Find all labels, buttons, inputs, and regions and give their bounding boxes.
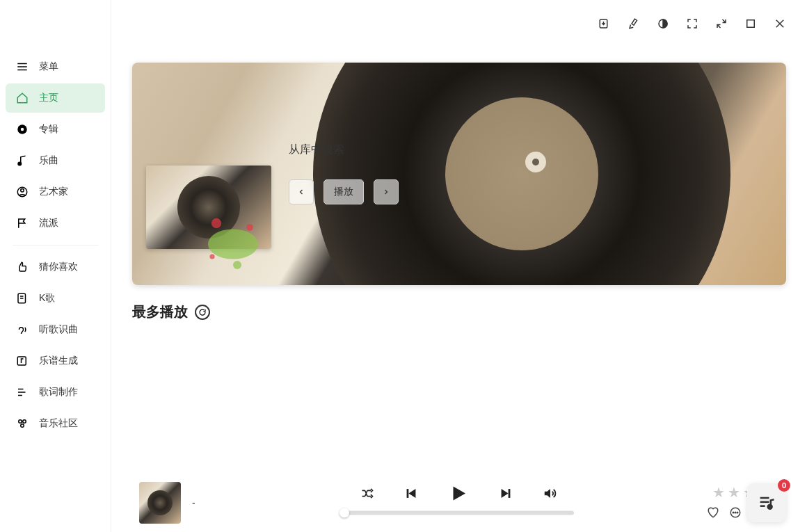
sidebar-item-label: 音乐社区 (39, 417, 78, 430)
svg-point-16 (23, 420, 26, 424)
disc-icon (15, 122, 29, 136)
sidebar-item-identify[interactable]: 听歌识曲 (6, 315, 105, 344)
svg-point-36 (735, 512, 736, 513)
svg-point-25 (246, 224, 253, 231)
main-content: 从库中搜索 播放 最多播放 (111, 0, 807, 473)
home-icon (15, 91, 29, 105)
splash-decoration (191, 198, 275, 282)
sidebar-item-label: 听歌识曲 (39, 323, 78, 336)
svg-point-5 (18, 162, 22, 166)
play-button[interactable] (448, 483, 469, 503)
hero-banner: 从库中搜索 播放 (132, 63, 786, 285)
sidebar-item-menu[interactable]: 菜单 (6, 52, 105, 81)
playlist-icon (757, 493, 776, 513)
sidebar-item-songs[interactable]: 乐曲 (6, 146, 105, 175)
score-icon (15, 354, 29, 368)
flag-icon (15, 216, 29, 230)
more-button[interactable] (729, 506, 742, 522)
sidebar-item-label: K歌 (39, 292, 55, 305)
now-playing-title: - (192, 497, 195, 508)
hero-next-button[interactable] (374, 179, 399, 204)
thumbs-up-icon (15, 260, 29, 274)
svg-rect-32 (509, 489, 511, 498)
svg-point-35 (733, 512, 734, 513)
player-controls (360, 483, 558, 503)
queue-fab[interactable]: 0 (747, 483, 786, 522)
sidebar-item-albums[interactable]: 专辑 (6, 115, 105, 144)
sidebar-item-label: 猜你喜欢 (39, 261, 78, 273)
volume-button[interactable] (543, 485, 558, 501)
shuffle-button[interactable] (360, 486, 374, 500)
svg-point-24 (211, 218, 221, 228)
queue-badge: 0 (778, 479, 790, 492)
person-icon (15, 185, 29, 199)
svg-point-4 (21, 128, 24, 131)
star-icon[interactable]: ★ (728, 484, 740, 501)
sidebar-item-label: 乐谱生成 (39, 355, 78, 367)
progress-thumb[interactable] (339, 508, 349, 517)
section-title: 最多播放 (132, 303, 188, 321)
svg-marker-33 (545, 489, 550, 498)
svg-point-15 (19, 420, 22, 424)
sidebar-item-karaoke[interactable]: K歌 (6, 284, 105, 313)
vinyl-hole (532, 159, 539, 166)
sidebar-item-label: 歌词制作 (39, 386, 78, 398)
sidebar-item-genres[interactable]: 流派 (6, 209, 105, 238)
hero-play-button[interactable]: 播放 (323, 179, 364, 204)
sidebar-item-label: 流派 (39, 217, 58, 229)
svg-marker-30 (454, 486, 466, 500)
favorite-button[interactable] (707, 506, 719, 522)
svg-point-46 (768, 505, 772, 509)
sidebar: 菜单 主页 专辑 乐曲 艺术家 流派 猜你喜欢 K歌 听歌识曲 乐谱生成 歌词制… (0, 0, 111, 532)
sidebar-item-label: 专辑 (39, 123, 58, 136)
prev-track-button[interactable] (404, 485, 419, 501)
note-icon (15, 154, 29, 168)
sidebar-item-score-gen[interactable]: 乐谱生成 (6, 346, 105, 376)
refresh-button[interactable] (195, 305, 210, 320)
player-bar: - ★ ★ ★ ★ ★ (111, 473, 807, 532)
hero-title: 从库中搜索 (289, 143, 344, 157)
sidebar-item-suggestions[interactable]: 猜你喜欢 (6, 252, 105, 282)
sidebar-item-label: 艺术家 (39, 186, 68, 198)
progress-slider[interactable] (344, 510, 574, 515)
sidebar-item-lyrics-edit[interactable]: 歌词制作 (6, 378, 105, 407)
player-center (344, 483, 574, 515)
lyrics-sheet-icon (15, 291, 29, 305)
svg-rect-29 (407, 489, 409, 498)
svg-point-7 (21, 189, 24, 193)
sidebar-item-label: 菜单 (39, 61, 58, 73)
hero-prev-button[interactable] (289, 179, 314, 204)
svg-point-27 (209, 254, 214, 259)
menu-icon (15, 60, 29, 74)
sidebar-item-artists[interactable]: 艺术家 (6, 177, 105, 207)
svg-marker-31 (502, 489, 509, 498)
next-track-button[interactable] (498, 485, 513, 501)
sidebar-item-home[interactable]: 主页 (6, 83, 105, 113)
sidebar-item-community[interactable]: 音乐社区 (6, 409, 105, 438)
hero-buttons: 播放 (289, 179, 399, 204)
svg-point-23 (208, 229, 258, 259)
section-header: 最多播放 (132, 303, 786, 321)
sidebar-item-label: 乐曲 (39, 154, 58, 167)
ear-icon (15, 323, 29, 337)
svg-point-17 (21, 424, 24, 428)
now-playing-art[interactable] (139, 482, 181, 524)
lyrics-edit-icon (15, 385, 29, 399)
community-icon (15, 417, 29, 430)
svg-point-26 (233, 261, 241, 269)
sidebar-item-label: 主页 (39, 92, 58, 104)
star-icon[interactable]: ★ (712, 484, 725, 501)
svg-point-37 (737, 512, 738, 513)
svg-marker-28 (408, 489, 415, 498)
sidebar-divider (13, 245, 98, 245)
